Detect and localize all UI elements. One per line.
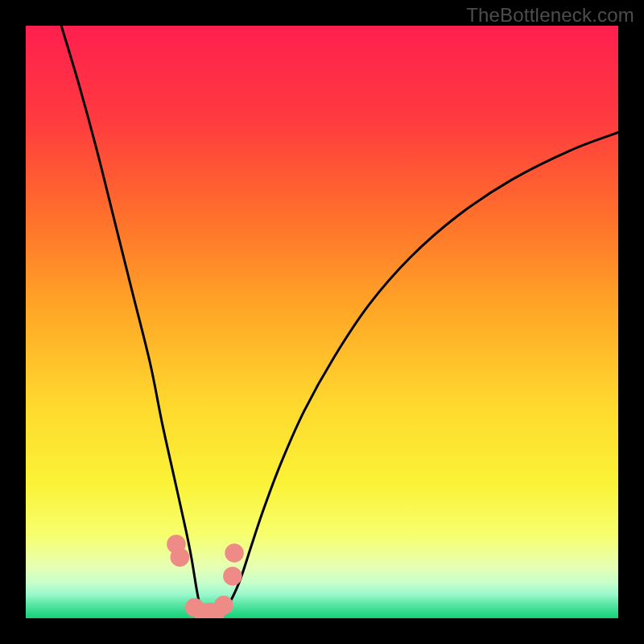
- data-markers: [167, 535, 244, 618]
- data-marker: [214, 596, 233, 615]
- plot-area: [26, 26, 618, 618]
- data-marker: [225, 543, 244, 563]
- watermark-text: TheBottleneck.com: [466, 4, 634, 27]
- bottleneck-curve: [61, 26, 618, 618]
- data-marker: [171, 547, 190, 567]
- data-marker: [223, 567, 242, 586]
- chart-svg: [26, 26, 618, 618]
- chart-frame: TheBottleneck.com: [0, 0, 644, 644]
